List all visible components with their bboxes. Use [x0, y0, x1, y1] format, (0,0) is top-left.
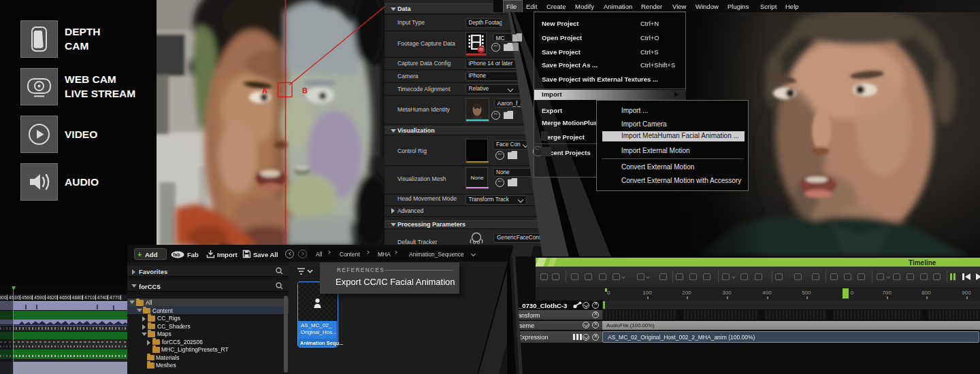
svg-text:A: A [262, 86, 267, 95]
svg-text:fab: fab [173, 252, 180, 257]
svg-text:B: B [302, 86, 308, 95]
